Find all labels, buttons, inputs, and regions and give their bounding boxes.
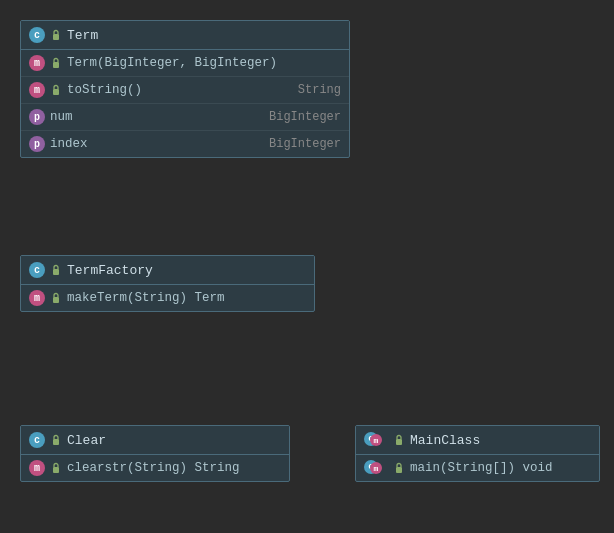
mainclass-header: c m MainClass [356, 426, 599, 455]
svg-rect-5 [53, 439, 59, 445]
row-badge-p: p [29, 109, 45, 125]
row-badge-m: m [29, 290, 45, 306]
termfactory-box: c TermFactory m makeTerm(String) Term [20, 255, 315, 312]
row-text: num [50, 110, 264, 124]
table-row: c m main(String[]) void [356, 455, 599, 481]
termfactory-header: c TermFactory [21, 256, 314, 285]
row-text: index [50, 137, 264, 151]
clear-title: Clear [67, 433, 106, 448]
row-badge-m: m [29, 82, 45, 98]
row-lock-icon [50, 57, 62, 69]
mainrow-badge-m: m [370, 462, 382, 474]
term-box: c Term m Term(BigInteger, BigInteger) [20, 20, 350, 158]
clear-box: c Clear m clearstr(String) String [20, 425, 290, 482]
table-row: m makeTerm(String) Term [21, 285, 314, 311]
row-lock-icon [50, 462, 62, 474]
term-title: Term [67, 28, 98, 43]
row-text: clearstr(String) String [67, 461, 281, 475]
mainclass-lock-icon [393, 434, 405, 446]
row-lock-icon [50, 292, 62, 304]
table-row: m toString() String [21, 77, 349, 104]
svg-rect-8 [396, 467, 402, 473]
row-text: toString() [67, 83, 293, 97]
mainclass-badge-m: m [370, 434, 382, 446]
row-badge-m: m [29, 460, 45, 476]
row-type: BigInteger [269, 137, 341, 151]
svg-rect-4 [53, 297, 59, 303]
table-row: p index BigInteger [21, 131, 349, 157]
table-row: p num BigInteger [21, 104, 349, 131]
row-badge-p: p [29, 136, 45, 152]
svg-rect-6 [53, 467, 59, 473]
termfactory-badge: c [29, 262, 45, 278]
term-badge: c [29, 27, 45, 43]
mainclass-title: MainClass [410, 433, 480, 448]
mainclass-box: c m MainClass c m [355, 425, 600, 482]
row-type: BigInteger [269, 110, 341, 124]
clear-header: c Clear [21, 426, 289, 455]
termfactory-title: TermFactory [67, 263, 153, 278]
clear-badge: c [29, 432, 45, 448]
svg-rect-0 [53, 34, 59, 40]
uml-canvas: c Term m Term(BigInteger, BigInteger) [0, 0, 614, 533]
term-lock-icon [50, 29, 62, 41]
row-text: makeTerm(String) Term [67, 291, 306, 305]
table-row: m Term(BigInteger, BigInteger) [21, 50, 349, 77]
row-text: Term(BigInteger, BigInteger) [67, 56, 341, 70]
clear-lock-icon [50, 434, 62, 446]
svg-rect-7 [396, 439, 402, 445]
svg-rect-2 [53, 89, 59, 95]
row-type: String [298, 83, 341, 97]
row-lock-icon [393, 462, 405, 474]
row-text: main(String[]) void [410, 461, 591, 475]
row-lock-icon [50, 84, 62, 96]
svg-rect-3 [53, 269, 59, 275]
termfactory-lock-icon [50, 264, 62, 276]
svg-rect-1 [53, 62, 59, 68]
table-row: m clearstr(String) String [21, 455, 289, 481]
row-badge-m: m [29, 55, 45, 71]
term-header: c Term [21, 21, 349, 50]
